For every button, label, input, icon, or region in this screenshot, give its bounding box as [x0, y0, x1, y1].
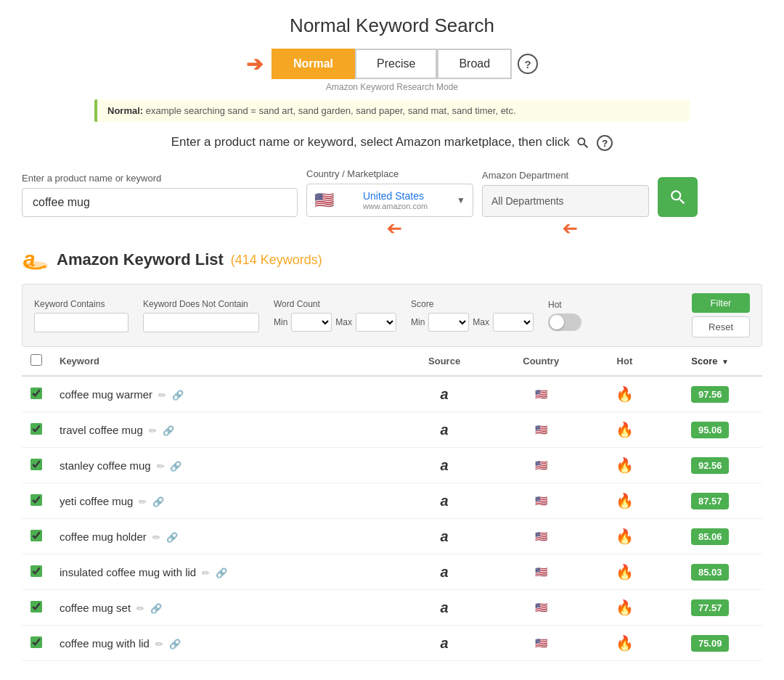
row-keyword-cell: stanley coffee mug ✏ 🔗: [51, 448, 398, 483]
edit-icon[interactable]: ✏: [149, 425, 157, 436]
arrow-to-country: ➔: [386, 220, 402, 239]
row-country-cell: 🇺🇸: [491, 554, 592, 590]
th-select-all[interactable]: [22, 347, 51, 376]
country-flag-icon: 🇺🇸: [535, 566, 547, 578]
keyword-text: stanley coffee mug: [60, 459, 151, 472]
amazon-source-icon: a: [441, 564, 449, 580]
edit-icon[interactable]: ✏: [158, 390, 166, 401]
select-all-checkbox[interactable]: [30, 354, 42, 366]
filter-button[interactable]: Filter: [692, 293, 750, 313]
page-title: Normal Keyword Search: [22, 15, 762, 37]
edit-icon[interactable]: ✏: [202, 568, 210, 578]
filter-buttons: Filter Reset: [692, 293, 750, 337]
row-checkbox-6[interactable]: [30, 601, 42, 613]
row-keyword-cell: yeti coffee mug ✏ 🔗: [51, 483, 398, 519]
row-checkbox-3[interactable]: [30, 494, 42, 506]
external-link-icon[interactable]: 🔗: [152, 496, 164, 507]
row-hot-cell: 🔥: [591, 590, 658, 626]
score-min-select[interactable]: [428, 313, 469, 332]
external-link-icon[interactable]: 🔗: [150, 603, 162, 614]
mode-label: Amazon Keyword Research Mode: [326, 82, 458, 92]
row-score-cell: 92.56: [658, 448, 762, 483]
arrow-to-normal-tab: ➔: [246, 52, 263, 76]
row-checkbox-7[interactable]: [30, 636, 42, 648]
country-flag-icon: 🇺🇸: [535, 495, 547, 507]
tab-precise[interactable]: Precise: [355, 49, 437, 79]
external-link-icon[interactable]: 🔗: [169, 639, 181, 650]
row-country-cell: 🇺🇸: [491, 376, 592, 412]
keyword-count: (414 Keywords): [231, 253, 322, 268]
edit-icon[interactable]: ✏: [155, 639, 163, 650]
reset-button[interactable]: Reset: [692, 316, 750, 337]
table-row: coffee mug with lid ✏ 🔗 a 🇺🇸 🔥 75.09: [22, 626, 762, 661]
row-checkbox-1[interactable]: [30, 423, 42, 435]
edit-icon[interactable]: ✏: [139, 496, 147, 507]
keyword-text: coffee mug with lid: [60, 637, 150, 650]
tab-normal[interactable]: Normal: [271, 49, 355, 79]
row-country-cell: 🇺🇸: [491, 483, 592, 519]
search-button[interactable]: [658, 177, 698, 217]
row-country-cell: 🇺🇸: [491, 448, 592, 483]
keyword-input[interactable]: [22, 188, 298, 217]
table-row: coffee mug set ✏ 🔗 a 🇺🇸 🔥 77.57: [22, 590, 762, 626]
edit-icon[interactable]: ✏: [157, 461, 165, 472]
hot-label: Hot: [548, 300, 581, 310]
row-score-cell: 85.06: [658, 519, 762, 554]
external-link-icon[interactable]: 🔗: [172, 390, 184, 401]
help-icon[interactable]: ?: [518, 54, 538, 74]
fire-icon: 🔥: [616, 635, 634, 651]
sort-arrow-icon: ▼: [722, 358, 729, 366]
fire-icon: 🔥: [616, 457, 634, 473]
row-checkbox-cell[interactable]: [22, 412, 51, 448]
row-checkbox-2[interactable]: [30, 459, 42, 470]
department-select[interactable]: All Departments Arts & Crafts Automotive…: [482, 185, 649, 217]
row-checkbox-cell[interactable]: [22, 554, 51, 590]
external-link-icon[interactable]: 🔗: [166, 532, 178, 543]
row-source-cell: a: [398, 483, 491, 519]
word-count-max-select[interactable]: [356, 313, 396, 332]
tab-broad[interactable]: Broad: [437, 49, 512, 79]
edit-icon[interactable]: ✏: [152, 532, 160, 543]
external-link-icon[interactable]: 🔗: [170, 461, 181, 472]
word-count-min-label: Min: [274, 317, 287, 327]
score-max-select[interactable]: [493, 313, 534, 332]
country-url: www.amazon.com: [363, 202, 428, 210]
edit-icon[interactable]: ✏: [136, 603, 144, 614]
amazon-header: a Amazon Keyword List (414 Keywords): [22, 246, 762, 274]
external-link-icon[interactable]: 🔗: [216, 568, 227, 578]
keyword-form-group: Enter a product name or keyword: [22, 173, 298, 217]
external-link-icon[interactable]: 🔗: [163, 425, 174, 436]
keyword-text: coffee mug warmer: [60, 388, 152, 401]
keyword-not-contains-input[interactable]: [143, 313, 259, 332]
instruction-text: Enter a product name or keyword, select …: [22, 135, 762, 151]
country-name: United States: [363, 190, 424, 202]
hot-toggle[interactable]: [548, 314, 581, 331]
country-flag-icon: 🇺🇸: [535, 424, 547, 435]
row-checkbox-cell[interactable]: [22, 590, 51, 626]
row-score-cell: 75.09: [658, 626, 762, 661]
th-score[interactable]: Score ▼: [658, 347, 762, 376]
keyword-contains-input[interactable]: [34, 313, 128, 332]
row-checkbox-0[interactable]: [30, 388, 42, 399]
keyword-text: travel coffee mug: [60, 424, 143, 436]
help-circle-inline[interactable]: ?: [597, 135, 613, 151]
amazon-logo-icon: a: [22, 246, 49, 274]
row-source-cell: a: [398, 590, 491, 626]
amazon-source-icon: a: [441, 599, 449, 615]
score-badge: 95.06: [691, 422, 730, 438]
row-checkbox-cell[interactable]: [22, 483, 51, 519]
row-country-cell: 🇺🇸: [491, 626, 592, 661]
row-checkbox-cell[interactable]: [22, 519, 51, 554]
keyword-not-contains-label: Keyword Does Not Contain: [143, 299, 259, 309]
department-form-group: Amazon Department All Departments Arts &…: [482, 170, 649, 217]
row-source-cell: a: [398, 412, 491, 448]
country-flag-icon: 🇺🇸: [535, 531, 547, 542]
row-checkbox-5[interactable]: [30, 565, 42, 577]
row-checkbox-cell[interactable]: [22, 626, 51, 661]
row-checkbox-cell[interactable]: [22, 448, 51, 483]
word-count-min-select[interactable]: [291, 313, 332, 332]
row-checkbox-cell[interactable]: [22, 376, 51, 412]
row-score-cell: 97.56: [658, 376, 762, 412]
country-select[interactable]: 🇺🇸 United States www.amazon.com ▼: [306, 184, 473, 217]
row-checkbox-4[interactable]: [30, 530, 42, 541]
